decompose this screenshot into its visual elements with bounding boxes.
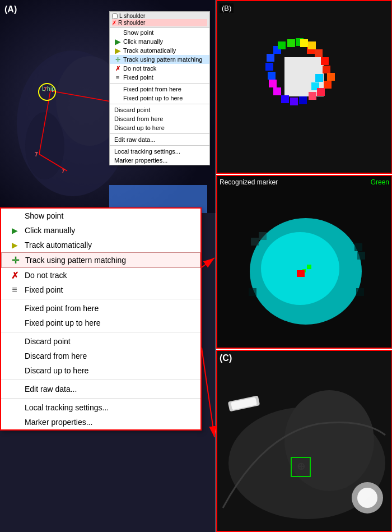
divider-4 — [1, 398, 200, 399]
menu-track-pattern[interactable]: ✛ Track using pattern matching — [1, 252, 200, 268]
checkbox-l-shoulder[interactable] — [112, 13, 118, 19]
empty-icon2 — [114, 86, 121, 92]
menu-discard-up-to[interactable]: Discard up to here — [1, 363, 200, 378]
arrow-green-icon: ▶ — [114, 38, 121, 45]
crosshair-small-icon: ✛ — [114, 56, 121, 63]
menu-discard-from[interactable]: Discard from here — [1, 349, 200, 363]
small-menu-edit-raw[interactable]: Edit raw data... — [110, 135, 209, 144]
svg-rect-40 — [259, 232, 267, 240]
svg-rect-42 — [357, 252, 365, 260]
svg-rect-32 — [309, 92, 316, 100]
divider-3 — [1, 380, 200, 380]
small-context-menu[interactable]: L shoulder ✗ R shoulder Show point ▶ Cli… — [109, 11, 210, 165]
svg-text:⊕: ⊕ — [297, 461, 305, 472]
empty-icon-lg6 — [10, 366, 19, 375]
menu-show-point[interactable]: Show point — [1, 209, 200, 223]
menu-do-not-track[interactable]: ✗ Do not track — [1, 268, 200, 283]
svg-rect-15 — [265, 63, 273, 71]
empty-icon-lg5 — [10, 351, 19, 360]
empty-icon-lg8 — [10, 403, 19, 412]
small-menu-click-manually[interactable]: ▶ Click manually — [110, 37, 209, 46]
empty-icon-lg — [10, 211, 19, 220]
svg-rect-16 — [268, 72, 276, 80]
menu-local-settings[interactable]: Local tracking settings... — [1, 400, 200, 415]
empty-icon — [114, 29, 121, 36]
divider-2 — [1, 332, 200, 332]
menu-marker-props[interactable]: Marker properties... — [1, 415, 200, 429]
small-menu-track-pattern[interactable]: ✛ Track using pattern matching — [110, 55, 209, 64]
empty-icon-lg4 — [10, 337, 19, 346]
panel-recog-color: Green — [371, 178, 389, 186]
menu-track-auto[interactable]: ▶ Track automatically — [1, 238, 200, 252]
panel-b: Original image — [216, 0, 392, 174]
arrow-green-lg-icon: ▶ — [10, 226, 19, 235]
panel-recognized-marker: Recognized marker Green — [216, 175, 392, 349]
small-menu-l-shoulder: L shoulder — [119, 13, 145, 19]
small-menu-track-auto[interactable]: ▶ Track automatically — [110, 46, 209, 55]
menu-click-manually[interactable]: ▶ Click manually — [1, 223, 200, 238]
crosshair-lg-icon: ✛ — [11, 256, 20, 265]
panel-a-label: (A) — [4, 4, 17, 15]
equals-lg-icon: ≡ — [10, 285, 19, 294]
svg-rect-23 — [308, 41, 316, 49]
svg-rect-39 — [251, 238, 259, 246]
small-menu-discard-up-to[interactable]: Discard up to here — [110, 123, 209, 132]
svg-rect-30 — [324, 81, 332, 89]
small-menu-show-point[interactable]: Show point — [110, 28, 209, 37]
svg-rect-28 — [299, 96, 307, 104]
x-icon: ✗ — [114, 65, 121, 72]
svg-rect-43 — [356, 288, 364, 296]
large-context-menu[interactable]: Show point ▶ Click manually ▶ Track auto… — [0, 207, 202, 431]
small-menu-do-not-track[interactable]: ✗ Do not track — [110, 64, 209, 73]
svg-rect-22 — [300, 39, 308, 47]
svg-rect-11 — [321, 57, 329, 65]
small-menu-fixed-from-here[interactable]: Fixed point from here — [110, 85, 209, 94]
arrow-yellow-icon: ▶ — [114, 47, 121, 54]
divider-1 — [1, 299, 200, 299]
arrow-yellow-lg-icon: ▶ — [10, 240, 19, 249]
panel-b-label: (B) — [220, 3, 234, 13]
marker-7c: 7 — [62, 168, 65, 174]
menu-fixed-up-to-here[interactable]: Fixed point up to here — [1, 316, 200, 330]
empty-icon-lg2 — [10, 304, 19, 313]
small-menu-marker-props[interactable]: Marker properties... — [110, 156, 209, 165]
small-menu-discard-point[interactable]: Discard point — [110, 105, 209, 114]
right-panel: Original image — [216, 0, 392, 532]
small-menu-fixed-point[interactable]: ≡ Fixed point — [110, 73, 209, 82]
menu-fixed-point[interactable]: ≡ Fixed point — [1, 283, 200, 297]
svg-rect-44 — [249, 288, 256, 296]
panel-recog-title: Recognized marker — [220, 178, 278, 186]
equals-icon: ≡ — [114, 74, 121, 81]
svg-rect-10 — [315, 49, 323, 57]
svg-point-51 — [357, 488, 377, 508]
empty-icon3 — [114, 95, 121, 101]
panel-c-label: (C) — [220, 353, 232, 363]
small-menu-local-settings[interactable]: Local tracking settings... — [110, 147, 209, 156]
small-menu-r-shoulder: R shoulder — [118, 20, 145, 26]
svg-rect-36 — [307, 265, 311, 269]
empty-icon-lg9 — [10, 418, 19, 427]
svg-rect-17 — [278, 41, 286, 49]
svg-rect-12 — [323, 66, 330, 73]
svg-rect-27 — [290, 98, 298, 105]
small-menu-fixed-up-to-here[interactable]: Fixed point up to here — [110, 94, 209, 103]
small-menu-discard-from[interactable]: Discard from here — [110, 114, 209, 123]
svg-rect-20 — [315, 74, 323, 82]
svg-rect-24 — [269, 80, 277, 87]
empty-icon-lg7 — [10, 385, 19, 394]
svg-rect-29 — [327, 73, 335, 81]
marker-7b: 7 — [35, 151, 38, 158]
marker-7a: 7 — [44, 86, 47, 92]
menu-fixed-from-here[interactable]: Fixed point from here — [1, 301, 200, 316]
svg-rect-25 — [273, 87, 281, 95]
svg-point-35 — [261, 232, 339, 305]
menu-edit-raw[interactable]: Edit raw data... — [1, 382, 200, 396]
svg-rect-26 — [281, 95, 289, 103]
svg-rect-14 — [267, 54, 274, 62]
svg-rect-38 — [297, 270, 305, 277]
empty-icon-lg3 — [10, 318, 19, 327]
menu-discard-point[interactable]: Discard point — [1, 334, 200, 349]
panel-c: ⊕ (C) — [216, 350, 392, 532]
x-lg-icon: ✗ — [10, 271, 19, 280]
svg-rect-31 — [317, 88, 325, 96]
